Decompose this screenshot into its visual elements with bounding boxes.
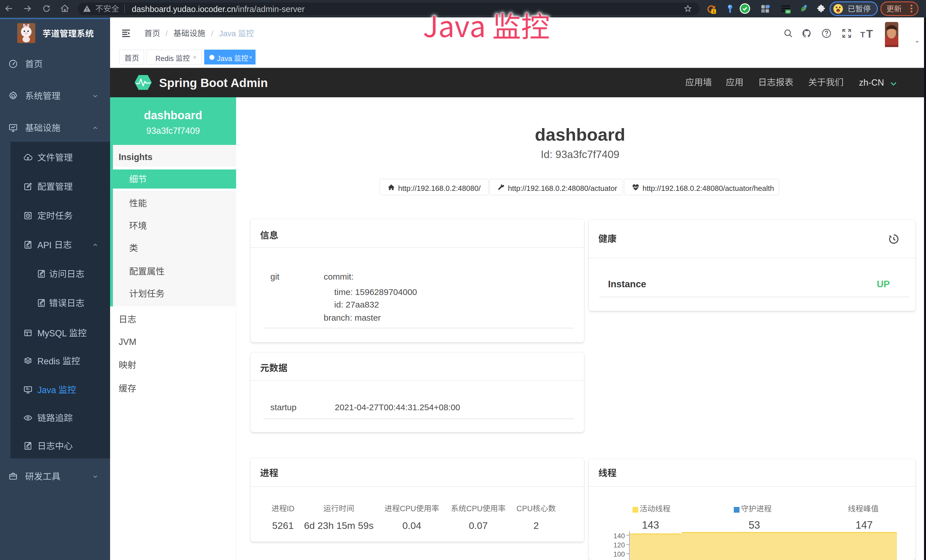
svg-text:1: 1 <box>713 9 715 14</box>
svg-text:on: on <box>786 10 790 13</box>
